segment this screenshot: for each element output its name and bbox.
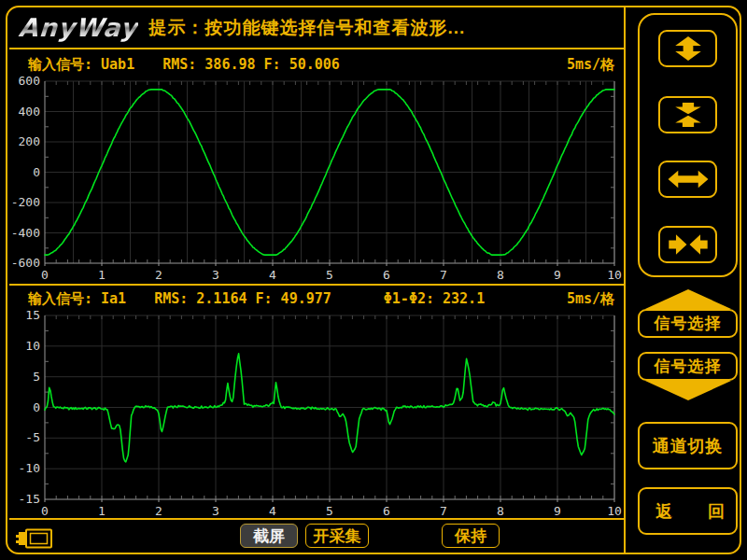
phase-difference-value: Φ1-Φ2: 232.1 <box>384 290 485 307</box>
voltage-panel-header: 输入信号: Uab1 RMS: 386.98 F: 50.006 5ms/格 <box>9 53 624 76</box>
svg-text:600: 600 <box>19 76 40 88</box>
svg-text:5: 5 <box>33 370 40 384</box>
back-button[interactable]: 返回 <box>638 487 738 535</box>
channel-switch-button[interactable]: 通道切换 <box>638 422 738 469</box>
signal-select-down-button[interactable]: 信号选择 <box>638 352 738 400</box>
svg-text:6: 6 <box>383 268 390 282</box>
voltage-rms-value: RMS: 386.98 F: 50.006 <box>162 56 340 73</box>
svg-text:-5: -5 <box>25 430 40 444</box>
collapse-horizontal-arrows-icon <box>667 229 710 260</box>
collapse-horizontal-button[interactable] <box>658 226 717 263</box>
svg-text:7: 7 <box>440 504 447 518</box>
svg-text:0: 0 <box>41 268 49 282</box>
svg-text:1: 1 <box>98 504 106 518</box>
svg-text:3: 3 <box>212 268 219 282</box>
current-timebase-label: 5ms/格 <box>567 290 614 308</box>
svg-text:200: 200 <box>19 134 40 148</box>
triangle-up-icon <box>645 289 731 309</box>
svg-text:5: 5 <box>326 504 333 518</box>
svg-text:4: 4 <box>269 268 276 282</box>
voltage-waveform-panel: 输入信号: Uab1 RMS: 386.98 F: 50.006 5ms/格 6… <box>9 53 624 284</box>
signal-select-down-label: 信号选择 <box>638 352 738 381</box>
expand-horizontal-button[interactable] <box>658 161 717 198</box>
svg-text:0: 0 <box>41 504 49 518</box>
hold-button[interactable]: 保持 <box>442 524 500 548</box>
svg-text:400: 400 <box>19 105 40 119</box>
current-waveform-panel: 输入信号: Ia1 RMS: 2.1164 F: 49.977 Φ1-Φ2: 2… <box>9 284 624 518</box>
svg-text:-15: -15 <box>19 492 40 506</box>
svg-text:8: 8 <box>497 268 504 282</box>
expand-horizontal-arrows-icon <box>667 163 710 195</box>
svg-text:9: 9 <box>554 268 561 282</box>
titlebar: AnyWay 提示：按功能键选择信号和查看波形... <box>9 7 624 49</box>
sidebar-divider <box>624 7 626 553</box>
start-capture-button[interactable]: 开采集 <box>305 524 369 548</box>
svg-text:-400: -400 <box>11 226 40 240</box>
svg-text:7: 7 <box>440 268 447 282</box>
svg-text:0: 0 <box>33 400 40 414</box>
voltage-waveform-chart: 6004002000-200-400-600012345678910 <box>9 76 624 284</box>
voltage-timebase-label: 5ms/格 <box>567 56 614 74</box>
svg-text:6: 6 <box>383 504 390 518</box>
collapse-vertical-button[interactable] <box>658 96 717 133</box>
svg-text:5: 5 <box>326 268 333 282</box>
svg-text:10: 10 <box>607 268 622 282</box>
svg-text:10: 10 <box>25 339 40 353</box>
current-waveform-chart: 151050-5-10-15012345678910 <box>9 310 624 520</box>
svg-text:8: 8 <box>497 504 504 518</box>
current-signal-label: 输入信号: Ia1 <box>28 290 126 308</box>
svg-text:-10: -10 <box>19 461 40 475</box>
svg-text:3: 3 <box>212 504 219 518</box>
waveform-zoom-button-group <box>638 13 738 277</box>
svg-text:10: 10 <box>607 504 622 518</box>
triangle-down-icon <box>645 381 731 400</box>
svg-text:-600: -600 <box>11 256 40 270</box>
svg-text:4: 4 <box>269 504 276 518</box>
svg-text:9: 9 <box>554 504 561 518</box>
svg-text:1: 1 <box>98 268 106 282</box>
voltage-signal-label: 输入信号: Uab1 <box>28 56 134 74</box>
svg-text:0: 0 <box>33 165 40 179</box>
svg-text:2: 2 <box>155 504 162 518</box>
signal-select-up-label: 信号选择 <box>638 309 738 338</box>
anyway-logo: AnyWay <box>18 13 139 42</box>
signal-select-up-button[interactable]: 信号选择 <box>638 289 738 338</box>
svg-text:15: 15 <box>25 310 40 322</box>
hint-text: 提示：按功能键选择信号和查看波形... <box>149 16 466 40</box>
svg-text:2: 2 <box>155 268 162 282</box>
expand-vertical-button[interactable] <box>658 30 717 67</box>
bottom-bar: 截屏 开采集 保持 <box>9 518 624 553</box>
battery-icon <box>15 527 54 550</box>
expand-vertical-arrows-icon <box>667 33 710 64</box>
collapse-vertical-arrows-icon <box>667 99 710 131</box>
svg-text:-200: -200 <box>11 195 40 209</box>
power-analyzer-screen: AnyWay 提示：按功能键选择信号和查看波形... 输入信号: Uab1 RM… <box>0 0 747 560</box>
current-rms-value: RMS: 2.1164 F: 49.977 <box>154 290 331 307</box>
screenshot-button[interactable]: 截屏 <box>240 524 298 548</box>
current-panel-header: 输入信号: Ia1 RMS: 2.1164 F: 49.977 Φ1-Φ2: 2… <box>9 286 624 310</box>
